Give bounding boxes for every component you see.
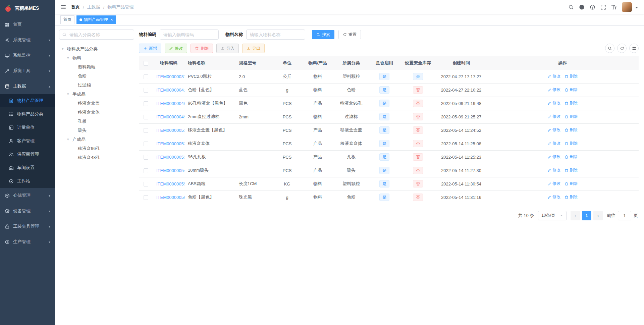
- row-delete-button[interactable]: 删除: [565, 194, 578, 200]
- row-delete-button[interactable]: 删除: [565, 73, 578, 79]
- sidebar-subitem-5[interactable]: 车间设置: [0, 161, 55, 174]
- toggle-search-button[interactable]: [605, 44, 614, 53]
- row-checkbox[interactable]: [144, 155, 148, 160]
- item-code-link[interactable]: ITEM00000056: [156, 195, 184, 200]
- page-size-select[interactable]: 10条/页: [538, 211, 567, 220]
- row-checkbox[interactable]: [144, 101, 148, 106]
- refresh-table-button[interactable]: [617, 44, 627, 53]
- sidebar-subitem-1[interactable]: 物料产品分类: [0, 107, 55, 121]
- breadcrumb-item-1[interactable]: 主数据: [87, 4, 100, 10]
- row-edit-button[interactable]: 修改: [547, 87, 560, 93]
- tree-node[interactable]: 移液盒48孔: [59, 153, 134, 162]
- row-delete-button[interactable]: 删除: [565, 100, 578, 106]
- row-checkbox[interactable]: [144, 88, 148, 93]
- import-button[interactable]: 导入: [216, 44, 239, 53]
- tree-node[interactable]: ▾产成品: [59, 135, 134, 144]
- sidebar-item-1[interactable]: 系统管理▾: [0, 32, 55, 48]
- row-delete-button[interactable]: 删除: [565, 141, 578, 146]
- sidebar-subitem-0[interactable]: 物料产品管理: [0, 94, 55, 107]
- tab-0[interactable]: 首页: [60, 15, 74, 24]
- row-delete-button[interactable]: 删除: [565, 154, 578, 160]
- row-checkbox[interactable]: [144, 74, 148, 79]
- caret-down-icon[interactable]: ▾: [67, 56, 72, 60]
- close-tab-icon[interactable]: ×: [110, 17, 113, 22]
- filter-code-input[interactable]: [160, 30, 219, 40]
- item-code-link[interactable]: ITEM00000041: [156, 88, 184, 93]
- sidebar-item-2[interactable]: 系统监控▾: [0, 48, 55, 63]
- caret-down-icon[interactable]: ▾: [67, 137, 72, 142]
- reset-button[interactable]: 重置: [338, 30, 361, 39]
- tree-node[interactable]: ▾物料及产品分类: [59, 44, 134, 53]
- github-icon[interactable]: [579, 4, 585, 10]
- row-edit-button[interactable]: 修改: [547, 181, 560, 186]
- row-edit-button[interactable]: 修改: [547, 127, 560, 133]
- avatar-caret-icon[interactable]: [635, 5, 639, 9]
- sidebar-item-7[interactable]: 工装夹具管理▾: [0, 219, 55, 234]
- row-delete-button[interactable]: 删除: [565, 127, 578, 133]
- row-edit-button[interactable]: 修改: [547, 154, 560, 160]
- tree-node[interactable]: 吸头: [59, 126, 134, 135]
- prev-page-button[interactable]: ‹: [571, 211, 580, 220]
- row-delete-button[interactable]: 删除: [565, 114, 578, 119]
- row-checkbox[interactable]: [144, 142, 148, 146]
- sidebar-item-3[interactable]: 系统工具▾: [0, 63, 55, 78]
- sidebar-subitem-4[interactable]: 供应商管理: [0, 148, 55, 161]
- item-code-link[interactable]: ITEM00000055: [156, 181, 184, 186]
- next-page-button[interactable]: ›: [593, 211, 603, 220]
- sidebar-item-0[interactable]: 首页: [0, 17, 55, 32]
- tree-node[interactable]: ▾物料: [59, 53, 134, 62]
- item-code-link[interactable]: ITEM00000052: [156, 141, 184, 146]
- item-code-link[interactable]: ITEM00000049: [156, 114, 184, 119]
- item-code-link[interactable]: ITEM00000054: [156, 168, 184, 173]
- fullscreen-icon[interactable]: [600, 4, 606, 10]
- tree-node[interactable]: 移液盒96孔: [59, 144, 134, 153]
- item-code-link[interactable]: ITEM00000051: [156, 128, 184, 133]
- search-button[interactable]: 搜索: [312, 30, 334, 39]
- sidebar-item-6[interactable]: 设备管理▾: [0, 203, 55, 219]
- tab-1[interactable]: 物料产品管理×: [76, 15, 116, 24]
- row-checkbox[interactable]: [144, 128, 148, 133]
- row-checkbox[interactable]: [144, 168, 148, 173]
- sidebar-item-5[interactable]: 仓储管理▾: [0, 188, 55, 203]
- sidebar-subitem-3[interactable]: 客户管理: [0, 134, 55, 148]
- item-code-link[interactable]: ITEM00000053: [156, 155, 184, 160]
- row-checkbox[interactable]: [144, 182, 148, 186]
- tree-node[interactable]: 过滤棉: [59, 80, 134, 90]
- tree-node[interactable]: 移液盒盒体: [59, 108, 134, 117]
- search-icon[interactable]: [568, 4, 574, 10]
- tree-node[interactable]: 塑料颗粒: [59, 62, 134, 71]
- row-edit-button[interactable]: 修改: [547, 73, 560, 79]
- row-checkbox[interactable]: [144, 195, 148, 200]
- export-button[interactable]: 导出: [242, 44, 265, 53]
- help-icon[interactable]: [590, 4, 595, 10]
- hamburger-icon[interactable]: [60, 4, 66, 10]
- row-edit-button[interactable]: 修改: [547, 141, 560, 146]
- row-checkbox[interactable]: [144, 115, 148, 119]
- caret-down-icon[interactable]: ▾: [62, 47, 67, 51]
- row-edit-button[interactable]: 修改: [547, 167, 560, 173]
- delete-button[interactable]: 删除: [191, 44, 213, 53]
- filter-name-input[interactable]: [246, 30, 305, 40]
- caret-down-icon[interactable]: ▾: [67, 92, 72, 96]
- tree-node[interactable]: ▾半成品: [59, 90, 134, 99]
- select-all-checkbox[interactable]: [144, 61, 148, 66]
- tree-node[interactable]: 色粉: [59, 71, 134, 80]
- row-delete-button[interactable]: 删除: [565, 181, 578, 186]
- sidebar-subitem-6[interactable]: 工作站: [0, 174, 55, 188]
- column-settings-button[interactable]: [629, 44, 639, 53]
- sidebar-subitem-2[interactable]: 计量单位: [0, 121, 55, 134]
- page-1-button[interactable]: 1: [582, 211, 591, 220]
- sidebar-item-8[interactable]: 生产管理▾: [0, 234, 55, 250]
- breadcrumb-item-0[interactable]: 首页: [71, 4, 80, 10]
- row-delete-button[interactable]: 删除: [565, 167, 578, 173]
- item-code-link[interactable]: ITEM00000037: [156, 74, 184, 79]
- row-edit-button[interactable]: 修改: [547, 194, 560, 200]
- row-edit-button[interactable]: 修改: [547, 100, 560, 106]
- item-code-link[interactable]: ITEM00000046: [156, 101, 184, 106]
- sidebar-item-4[interactable]: 主数据▴: [0, 78, 55, 94]
- tree-node[interactable]: 移液盒盒盖: [59, 99, 134, 108]
- edit-button[interactable]: 修改: [165, 44, 187, 53]
- add-button[interactable]: 新增: [139, 44, 161, 53]
- row-edit-button[interactable]: 修改: [547, 114, 560, 119]
- app-logo[interactable]: 苦糖果MES: [0, 0, 55, 17]
